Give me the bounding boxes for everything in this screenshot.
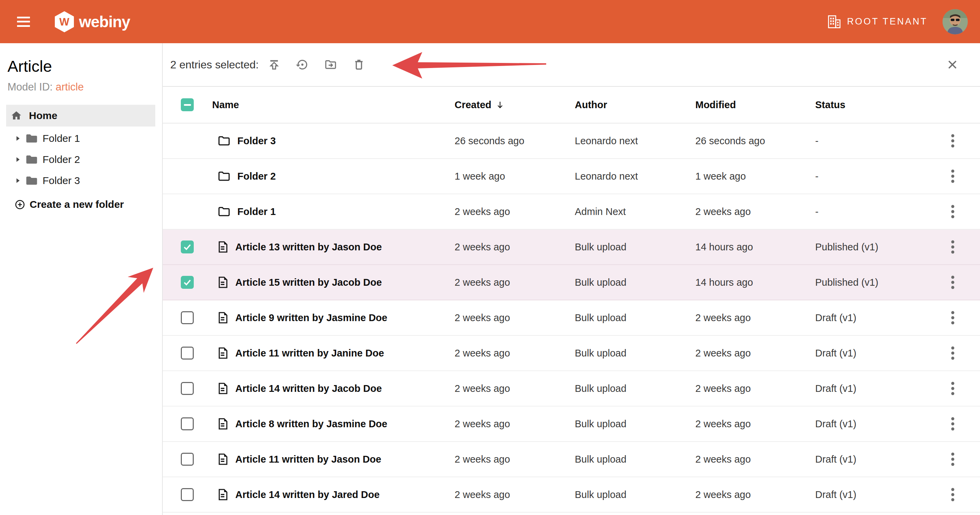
row-checkbox[interactable] [181,382,194,395]
column-header-author[interactable]: Author [575,99,695,111]
entry-modified: 14 hours ago [695,277,815,288]
folder-icon [218,206,230,217]
column-header-modified[interactable]: Modified [695,99,815,111]
table-row[interactable]: Article 9 written by Jasmine Doe 2 weeks… [163,300,980,336]
row-menu-button[interactable] [946,486,959,503]
logo-letter: W [59,16,70,28]
row-menu-button[interactable] [946,168,959,184]
move-to-folder-icon [324,58,337,71]
row-checkbox[interactable] [181,276,194,289]
table-row[interactable]: Article 13 written by Jason Doe 2 weeks … [163,230,980,265]
entry-author: Bulk upload [575,348,695,359]
row-menu-button[interactable] [946,133,959,149]
entry-author: Bulk upload [575,489,695,501]
row-menu-button[interactable] [946,345,959,361]
table-header-row: Name Created Author Modified Status [163,87,980,124]
delete-button[interactable] [352,58,365,71]
entry-status: Draft (v1) [815,383,919,394]
entry-status: Draft (v1) [815,312,919,323]
webiny-admin-screen: W webiny ROOT TENANT [0,0,980,515]
select-all-checkbox[interactable] [181,98,194,111]
menu-icon[interactable] [17,17,30,27]
building-icon [827,14,842,29]
entry-modified: 2 weeks ago [695,312,815,323]
sidebar-folder-item[interactable]: Folder 3 [0,170,162,191]
column-header-name[interactable]: Name [207,99,455,111]
caret-right-icon[interactable] [16,157,20,162]
document-icon [218,418,228,429]
row-menu-button[interactable] [946,451,959,467]
entry-created: 2 weeks ago [455,206,575,217]
table-row[interactable]: Article 11 written by Jason Doe 2 weeks … [163,442,980,477]
entry-name: Folder 3 [237,135,276,147]
row-checkbox[interactable] [181,347,194,360]
table-row[interactable]: Folder 3 26 seconds ago Leonardo next 26… [163,124,980,159]
sidebar-folder-item[interactable]: Folder 1 [0,128,162,149]
row-menu-button[interactable] [946,274,959,290]
entry-status: Draft (v1) [815,348,919,359]
create-folder-label: Create a new folder [30,199,124,210]
restore-button[interactable] [296,58,309,71]
caret-right-icon[interactable] [16,178,20,183]
row-checkbox[interactable] [181,241,194,254]
row-checkbox[interactable] [181,311,194,324]
brand-wordmark: webiny [79,14,130,30]
avatar-photo [943,9,968,34]
selection-toolbar: 2 entries selected: [163,43,980,87]
kebab-menu-icon [946,380,959,397]
kebab-menu-icon [946,133,959,149]
sidebar-folder-label: Folder 1 [43,133,80,144]
document-icon [218,312,228,323]
entry-modified: 2 weeks ago [695,383,815,394]
webiny-hexagon-icon: W [54,11,74,33]
model-id-label: Model ID: [8,81,53,93]
entry-author: Bulk upload [575,312,695,323]
entry-created: 2 weeks ago [455,489,575,501]
entry-author: Bulk upload [575,277,695,288]
entry-name: Article 14 written by Jacob Doe [235,383,382,394]
close-selection-button[interactable] [946,59,959,71]
entry-status: Published (v1) [815,241,919,253]
row-menu-button[interactable] [946,416,959,432]
create-folder-button[interactable]: Create a new folder [0,194,162,215]
restore-icon [296,58,309,71]
webiny-logo: W webiny [54,11,130,33]
table-row[interactable]: Article 14 written by Jacob Doe 2 weeks … [163,371,980,407]
table-row[interactable]: Article 15 written by Jacob Doe 2 weeks … [163,265,980,300]
table-row[interactable]: Article 14 written by Jared Doe 2 weeks … [163,477,980,513]
caret-right-icon[interactable] [16,136,20,141]
entry-modified: 1 week ago [695,171,815,182]
entry-created: 26 seconds ago [455,135,575,147]
table-row[interactable]: Article 8 written by Jasmine Doe 2 weeks… [163,407,980,442]
close-icon [946,59,959,71]
row-menu-button[interactable] [946,239,959,255]
table-row[interactable]: Folder 2 1 week ago Leonardo next 1 week… [163,159,980,194]
column-header-status[interactable]: Status [815,99,919,111]
row-menu-button[interactable] [946,203,959,220]
selected-count-text: 2 entries selected: [170,59,259,71]
column-header-created[interactable]: Created [455,99,575,111]
entry-name: Article 14 written by Jared Doe [235,489,380,501]
row-checkbox[interactable] [181,488,194,501]
tenant-selector[interactable]: ROOT TENANT [827,14,928,29]
table-row[interactable]: Article 11 written by Janine Doe 2 weeks… [163,336,980,371]
entry-created: 2 weeks ago [455,312,575,323]
sidebar-item-home[interactable]: Home [6,105,155,127]
table-body: Folder 3 26 seconds ago Leonardo next 26… [163,124,980,513]
entry-created: 1 week ago [455,171,575,182]
move-to-folder-button[interactable] [324,58,337,71]
sidebar-folder-item[interactable]: Folder 2 [0,149,162,170]
add-circle-icon [14,199,25,210]
publish-button[interactable] [268,58,281,71]
row-menu-button[interactable] [946,380,959,397]
top-app-bar: W webiny ROOT TENANT [0,0,980,43]
entry-status: Published (v1) [815,277,919,288]
user-avatar[interactable] [943,9,968,34]
kebab-menu-icon [946,486,959,503]
kebab-menu-icon [946,309,959,326]
row-checkbox[interactable] [181,453,194,466]
entry-created: 2 weeks ago [455,348,575,359]
row-checkbox[interactable] [181,417,194,430]
table-row[interactable]: Folder 1 2 weeks ago Admin Next 2 weeks … [163,194,980,230]
row-menu-button[interactable] [946,309,959,326]
